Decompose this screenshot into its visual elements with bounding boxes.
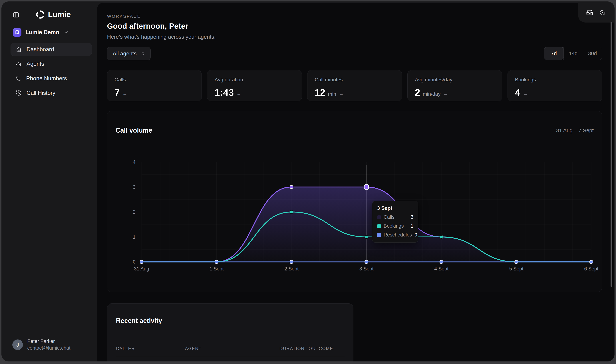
table-header-row: CALLER AGENT DURATION OUTCOME <box>116 346 344 351</box>
svg-text:1 Sept: 1 Sept <box>209 266 224 272</box>
inbox-icon[interactable] <box>586 9 593 16</box>
workspace-selector[interactable]: Lumie Demo <box>13 28 69 37</box>
chart-tooltip: 3 Sept Calls3Bookings1Reschedules0 <box>372 201 418 243</box>
bot-icon <box>16 61 22 67</box>
svg-text:2: 2 <box>133 209 136 215</box>
tooltip-row-calls: Calls3 <box>377 214 413 220</box>
tooltip-value: 1 <box>411 223 413 229</box>
stat-value: 2 <box>415 87 420 98</box>
table-row[interactable]: +61 123 456 789My Reception3:21Booked <box>116 356 344 362</box>
stat-cards-row: Calls7–Avg duration1:43–Call minutes12mi… <box>107 70 602 101</box>
date-range-segmented: 7d14d30d <box>544 47 602 60</box>
stat-label: Call minutes <box>315 77 394 83</box>
logo: Lumie <box>36 10 71 19</box>
sidebar: Lumie Lumie Demo DashboardAgentsPhone Nu… <box>1 1 97 362</box>
tooltip-label: Calls <box>384 214 408 220</box>
stat-unit: min/day <box>423 91 440 97</box>
chevron-down-icon <box>64 30 69 35</box>
page-subtitle: Here’s what’s happening across your agen… <box>107 34 605 40</box>
sidebar-item-label: Call History <box>26 90 55 96</box>
stat-card-call-minutes: Call minutes12min– <box>307 70 402 101</box>
stat-value: 4 <box>515 87 520 98</box>
tooltip-row-reschedules: Reschedules0 <box>377 232 413 238</box>
chart-date-range: 31 Aug – 7 Sept <box>556 128 594 133</box>
user-email: contact@lumie.chat <box>27 345 70 351</box>
sidebar-item-agents[interactable]: Agents <box>11 57 92 70</box>
sidebar-item-label: Phone Numbers <box>26 75 67 82</box>
tooltip-title: 3 Sept <box>377 205 413 211</box>
series-swatch <box>377 215 381 219</box>
tooltip-row-bookings: Bookings1 <box>377 223 413 229</box>
stat-trend-dash: – <box>340 91 343 97</box>
main-panel: WORKSPACE Good afternoon, Peter Here’s w… <box>97 2 614 362</box>
workspace-building-icon <box>13 28 21 37</box>
stat-trend-dash: – <box>524 91 527 97</box>
workspace-name: Lumie Demo <box>26 29 59 36</box>
stat-card-bookings: Bookings4– <box>508 70 602 101</box>
workspace-eyebrow: WORKSPACE <box>107 14 605 19</box>
svg-text:31 Aug: 31 Aug <box>134 266 149 272</box>
user-name: Peter Parker <box>27 338 70 344</box>
range-button-7d[interactable]: 7d <box>544 47 564 60</box>
sidebar-toggle-icon[interactable] <box>12 11 20 19</box>
sidebar-item-label: Agents <box>26 61 44 67</box>
svg-text:3: 3 <box>133 184 136 190</box>
stat-value: 7 <box>115 87 120 98</box>
phone-icon <box>16 76 21 81</box>
tooltip-value: 0 <box>415 232 417 238</box>
call-volume-card: Call volume 31 Aug – 7 Sept 0123431 Aug1… <box>107 111 602 292</box>
range-button-14d[interactable]: 14d <box>564 47 583 60</box>
dark-mode-moon-icon[interactable] <box>599 9 606 16</box>
series-swatch <box>377 224 381 228</box>
sidebar-item-phone-numbers[interactable]: Phone Numbers <box>11 72 92 85</box>
stat-card-calls: Calls7– <box>107 70 202 101</box>
user-info[interactable]: J Peter Parker contact@lumie.chat <box>12 338 70 351</box>
chart-header: Call volume 31 Aug – 7 Sept <box>116 127 594 134</box>
stat-card-avg-minutes-day: Avg minutes/day2min/day– <box>407 70 502 101</box>
stat-trend-dash: – <box>123 91 126 97</box>
range-button-30d[interactable]: 30d <box>583 47 602 60</box>
svg-text:5 Sept: 5 Sept <box>509 266 524 272</box>
stat-label: Bookings <box>515 77 595 83</box>
tooltip-label: Reschedules <box>384 232 412 238</box>
sidebar-item-call-history[interactable]: Call History <box>11 86 92 100</box>
app-window: Lumie Lumie Demo DashboardAgentsPhone Nu… <box>1 1 615 362</box>
column-header-outcome: OUTCOME <box>307 346 344 351</box>
stat-value: 1:43 <box>215 87 234 98</box>
column-header-agent: AGENT <box>185 346 279 351</box>
avatar: J <box>12 339 23 350</box>
call-volume-chart[interactable]: 0123431 Aug1 Sept2 Sept3 Sept4 Sept5 Sep… <box>115 157 600 277</box>
svg-text:6 Sept: 6 Sept <box>584 266 599 272</box>
stat-label: Avg duration <box>215 77 294 83</box>
column-header-caller: CALLER <box>116 346 185 351</box>
history-icon <box>16 90 22 96</box>
controls-row: All agents 7d14d30d <box>107 47 602 60</box>
vertical-scrollbar[interactable] <box>611 22 612 287</box>
svg-text:2 Sept: 2 Sept <box>284 266 299 272</box>
lumie-logo-icon <box>36 10 45 19</box>
stat-label: Calls <box>115 77 194 83</box>
chart-title: Call volume <box>116 127 152 134</box>
sidebar-item-dashboard[interactable]: Dashboard <box>11 43 92 56</box>
recent-activity-title: Recent activity <box>116 317 344 325</box>
agent-filter-value: All agents <box>113 51 137 57</box>
home-icon <box>16 46 22 52</box>
page-title: Good afternoon, Peter <box>107 22 605 30</box>
main-content: WORKSPACE Good afternoon, Peter Here’s w… <box>97 2 614 362</box>
sidebar-item-label: Dashboard <box>26 46 54 53</box>
svg-text:0: 0 <box>133 259 136 265</box>
stat-label: Avg minutes/day <box>415 77 495 83</box>
sidebar-nav: DashboardAgentsPhone NumbersCall History <box>11 43 92 100</box>
agent-filter-select[interactable]: All agents <box>107 47 151 60</box>
chevrons-up-down-icon <box>140 51 145 56</box>
stat-trend-dash: – <box>237 91 240 97</box>
tooltip-label: Bookings <box>384 223 408 229</box>
series-swatch <box>377 233 381 237</box>
logo-text: Lumie <box>48 10 71 19</box>
svg-text:1: 1 <box>133 234 136 240</box>
stat-unit: min <box>328 91 336 97</box>
stat-card-avg-duration: Avg duration1:43– <box>207 70 302 101</box>
stat-value: 12 <box>315 87 326 98</box>
svg-text:4 Sept: 4 Sept <box>434 266 449 272</box>
column-header-duration: DURATION <box>279 346 307 351</box>
